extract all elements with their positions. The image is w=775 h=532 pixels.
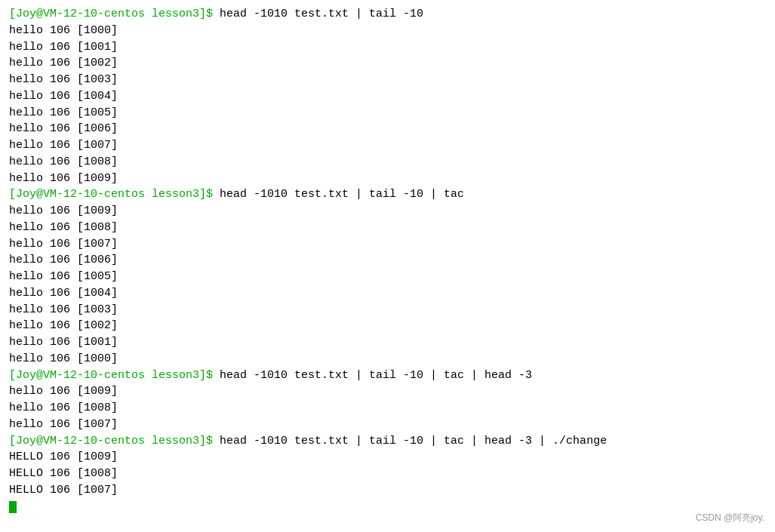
output-line: hello 106 [1008] bbox=[9, 220, 766, 236]
output-line: hello 106 [1002] bbox=[9, 55, 766, 72]
command-1: head -1010 test.txt | tail -10 bbox=[220, 8, 423, 20]
output-line: hello 106 [1004] bbox=[9, 285, 766, 302]
prompt-4: [Joy@VM-12-10-centos lesson3]$ bbox=[9, 435, 220, 447]
output-line: hello 106 [1009] bbox=[9, 203, 766, 220]
output-line: hello 106 [1005] bbox=[9, 105, 766, 121]
output-line: hello 106 [1002] bbox=[9, 318, 766, 334]
output-line: hello 106 [1006] bbox=[9, 252, 766, 269]
output-line: hello 106 [1004] bbox=[9, 88, 766, 105]
output-line: hello 106 [1000] bbox=[9, 23, 766, 39]
terminal-cursor bbox=[9, 501, 17, 513]
output-line: hello 106 [1003] bbox=[9, 302, 766, 318]
terminal-window: [Joy@VM-12-10-centos lesson3]$ head -101… bbox=[0, 0, 775, 532]
output-line: hello 106 [1008] bbox=[9, 154, 766, 171]
command-2: head -1010 test.txt | tail -10 | tac bbox=[220, 188, 464, 201]
terminal-line: [Joy@VM-12-10-centos lesson3]$ head -101… bbox=[9, 433, 766, 450]
output-line: hello 106 [1007] bbox=[9, 417, 766, 433]
watermark: CSDN @阿亮joy. bbox=[696, 512, 764, 524]
output-line: hello 106 [1005] bbox=[9, 269, 766, 285]
output-line: HELLO 106 [1007] bbox=[9, 482, 766, 499]
output-line: HELLO 106 [1009] bbox=[9, 449, 766, 466]
terminal-line: [Joy@VM-12-10-centos lesson3]$ head -101… bbox=[9, 6, 766, 23]
prompt-2: [Joy@VM-12-10-centos lesson3]$ bbox=[9, 188, 220, 201]
terminal-line: [Joy@VM-12-10-centos lesson3]$ head -101… bbox=[9, 186, 766, 203]
command-4: head -1010 test.txt | tail -10 | tac | h… bbox=[220, 435, 607, 447]
output-line: hello 106 [1006] bbox=[9, 121, 766, 137]
output-line: HELLO 106 [1008] bbox=[9, 466, 766, 482]
output-line: hello 106 [1007] bbox=[9, 137, 766, 154]
command-3: head -1010 test.txt | tail -10 | tac | h… bbox=[220, 369, 532, 382]
output-line: hello 106 [1001] bbox=[9, 39, 766, 56]
terminal-line: [Joy@VM-12-10-centos lesson3]$ head -101… bbox=[9, 367, 766, 384]
output-line: hello 106 [1009] bbox=[9, 383, 766, 400]
output-line: hello 106 [1007] bbox=[9, 236, 766, 253]
cursor-line bbox=[9, 499, 766, 515]
output-line: hello 106 [1001] bbox=[9, 334, 766, 351]
output-line: hello 106 [1009] bbox=[9, 171, 766, 187]
output-line: hello 106 [1008] bbox=[9, 400, 766, 417]
prompt-3: [Joy@VM-12-10-centos lesson3]$ bbox=[9, 369, 220, 382]
output-line: hello 106 [1000] bbox=[9, 351, 766, 367]
output-line: hello 106 [1003] bbox=[9, 72, 766, 88]
prompt-1: [Joy@VM-12-10-centos lesson3]$ bbox=[9, 8, 220, 20]
